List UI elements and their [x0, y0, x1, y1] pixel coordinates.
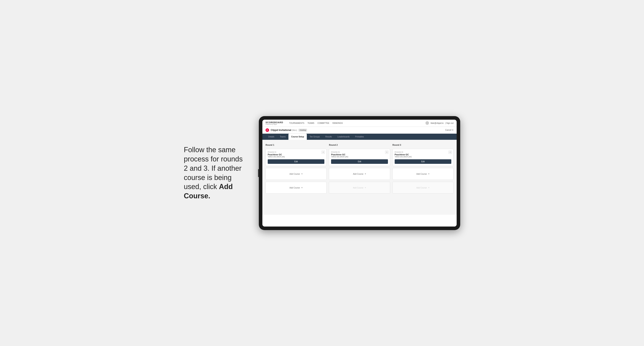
round-3-edit-button[interactable]: Edit: [395, 159, 451, 164]
round-2-course-details: Yellow (M) (6629 yds): [331, 156, 388, 158]
user-email: blair@clippd.io: [430, 122, 444, 124]
round-3-course-label: (Course A): [395, 151, 451, 153]
round-2-edit-button[interactable]: Edit: [331, 159, 388, 164]
round-1-column: Round 1 ⊙ (Course A) Peachtree GC Yellow…: [266, 144, 326, 194]
scoreboard-logo: SCOREBOARD Powered by clippd: [266, 121, 283, 125]
sub-header: C Clippd Invitational (Men) Hosting Canc…: [262, 127, 457, 134]
round-2-course-card: ⊙ (Course A) Peachtree GC Yellow (M) (66…: [329, 149, 390, 166]
round-2-add-label-1: Add Course +: [353, 173, 366, 175]
round-3-delete-button[interactable]: ⊙: [448, 151, 452, 154]
tablet-screen: SCOREBOARD Powered by clippd TOURNAMENTS…: [262, 120, 457, 226]
round-2-add-label-2: Add Course +: [353, 186, 366, 189]
cancel-button[interactable]: Cancel ✕: [445, 129, 454, 131]
tab-details[interactable]: Details: [266, 134, 277, 140]
round-2-delete-button[interactable]: ⊙: [385, 151, 388, 154]
tab-bar: Details Teams Course Setup Tee Groups Re…: [262, 134, 457, 140]
nav-tournaments[interactable]: TOURNAMENTS: [289, 121, 304, 125]
tab-tee-groups[interactable]: Tee Groups: [307, 134, 322, 140]
round-2-add-course-1[interactable]: Add Course +: [329, 168, 390, 180]
round-1-course-details: Yellow (M) (6629 yds): [268, 156, 324, 158]
side-button: [258, 169, 259, 177]
clippd-logo: C: [266, 128, 269, 132]
nav-teams[interactable]: TEAMS: [308, 121, 314, 125]
round-1-add-label-1: Add Course +: [290, 173, 303, 175]
sign-out-link[interactable]: | Sign out: [445, 122, 454, 124]
round-3-course-name: Peachtree GC: [395, 153, 451, 156]
round-3-add-label-1: Add Course +: [416, 173, 430, 175]
round-1-delete-button[interactable]: ⊙: [322, 151, 325, 154]
round-3-add-course-2: Add Course +: [392, 182, 454, 194]
main-content: Round 1 ⊙ (Course A) Peachtree GC Yellow…: [262, 140, 457, 215]
round-3-add-label-2: Add Course +: [416, 186, 430, 189]
rounds-container: Round 1 ⊙ (Course A) Peachtree GC Yellow…: [266, 144, 454, 194]
round-3-course-details: Yellow (M) (6629 yds): [395, 156, 451, 158]
nav-rankings[interactable]: RANKINGS: [332, 121, 343, 125]
round-3-title: Round 3: [392, 144, 454, 146]
logo-main-text: SCOREBOARD: [266, 121, 283, 124]
tab-teams[interactable]: Teams: [277, 134, 288, 140]
round-2-course-name: Peachtree GC: [331, 153, 388, 156]
tab-printables[interactable]: Printables: [352, 134, 366, 140]
round-1-course-label: (Course A): [268, 151, 324, 153]
tablet-frame: SCOREBOARD Powered by clippd TOURNAMENTS…: [259, 116, 460, 230]
tab-results[interactable]: Results: [322, 134, 335, 140]
nav-items: TOURNAMENTS TEAMS COMMITTEE RANKINGS: [289, 121, 422, 125]
round-1-course-name: Peachtree GC: [268, 153, 324, 156]
round-2-add-course-2: Add Course +: [329, 182, 390, 194]
round-1-add-course-2[interactable]: Add Course +: [266, 182, 326, 194]
top-nav-right: blair@clippd.io | Sign out: [426, 121, 454, 125]
round-2-column: Round 2 ⊙ (Course A) Peachtree GC Yellow…: [329, 144, 390, 194]
user-avatar: [426, 121, 429, 125]
hosting-badge: Hosting: [298, 129, 307, 132]
tab-course-setup[interactable]: Course Setup: [288, 134, 307, 140]
round-3-column: Round 3 ⊙ (Course A) Peachtree GC Yellow…: [392, 144, 454, 194]
bottom-space: [262, 215, 457, 226]
tab-leaderboards[interactable]: Leaderboards: [335, 134, 352, 140]
instruction-text: Follow the same process for rounds 2 and…: [184, 145, 247, 201]
round-3-add-course-1[interactable]: Add Course +: [392, 168, 454, 180]
round-1-add-course-1[interactable]: Add Course +: [266, 168, 326, 180]
round-1-title: Round 1: [266, 144, 326, 146]
round-1-add-label-2: Add Course +: [290, 186, 303, 189]
top-nav: SCOREBOARD Powered by clippd TOURNAMENTS…: [262, 120, 457, 127]
instruction-bold: Add Course.: [184, 182, 233, 200]
round-1-course-card: ⊙ (Course A) Peachtree GC Yellow (M) (66…: [266, 149, 326, 166]
nav-committee[interactable]: COMMITTEE: [318, 121, 329, 125]
round-1-edit-button[interactable]: Edit: [268, 159, 324, 164]
page-container: Follow the same process for rounds 2 and…: [184, 116, 460, 230]
round-3-course-card: ⊙ (Course A) Peachtree GC Yellow (M) (66…: [392, 149, 454, 166]
round-2-course-label: (Course A): [331, 151, 388, 153]
logo-sub-text: Powered by clippd: [266, 124, 283, 125]
tournament-name: Clippd Invitational (Men): [271, 129, 297, 132]
round-2-title: Round 2: [329, 144, 390, 146]
